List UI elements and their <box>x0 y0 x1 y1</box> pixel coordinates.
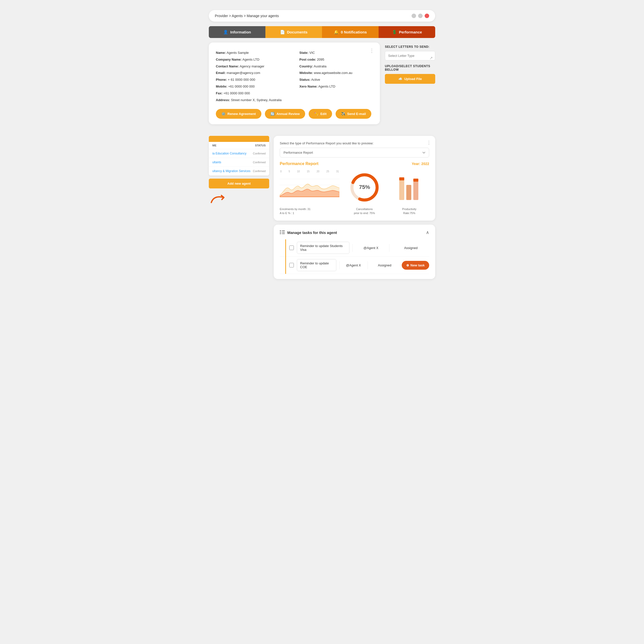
tasks-collapse-button[interactable]: ∧ <box>426 230 429 235</box>
task-name-2: Reminder to update COE <box>297 259 336 271</box>
perf-stat-bar: Productivity Rate:75% <box>389 207 429 215</box>
annual-review-button[interactable]: 🔄 Annual Review <box>265 109 305 119</box>
tasks-title-text: Manage tasks for this agent <box>287 230 337 235</box>
tab-information-label: Information <box>230 30 251 34</box>
agents-col-status-header: STATUS <box>255 144 266 147</box>
task-row: Reminder to update COE @Agent X Assigned… <box>280 257 429 274</box>
mobile-row: Mobile: +61 0000 000 000 <box>216 83 289 90</box>
perf-report-header: Performance Report Year: 2022 <box>280 162 429 166</box>
state-row: State: VIC <box>299 50 373 56</box>
cancellations-label: Cancellations <box>344 207 384 211</box>
perf-stat-donut: Cancellations prior to end: 75% <box>344 207 384 215</box>
perf-stat-area: Enrolments by month: 31 A to E % : 1 <box>280 207 339 215</box>
task-name-1: Reminder to update Students Visa <box>297 242 349 254</box>
tasks-header: Manage tasks for this agent ∧ <box>280 230 429 235</box>
agent-name-2: ultants <box>212 160 221 164</box>
cancellations-value: prior to end: 75% <box>344 211 384 215</box>
tab-performance[interactable]: 💲 Performance <box>379 26 435 38</box>
close-button[interactable] <box>425 14 429 18</box>
status-row: Status: Active <box>299 76 373 83</box>
more-options-button[interactable]: ⋮ <box>369 48 375 54</box>
enrolments-stat: Enrolments by month: 31 <box>280 207 339 211</box>
svg-rect-9 <box>399 177 404 180</box>
task-status-1: Assigned <box>392 244 429 252</box>
upload-icon: ☁️ <box>398 77 402 81</box>
svg-rect-8 <box>406 185 411 200</box>
tab-information[interactable]: 👤 Information <box>209 26 265 38</box>
tab-notifications[interactable]: 🔔 0 Notifications <box>322 26 379 38</box>
area-chart-container: 0 5 10 15 20 25 31 <box>280 170 339 205</box>
agents-list-panel: ME STATUS ia Education Consultancy Confi… <box>209 136 269 205</box>
svg-rect-7 <box>399 180 404 200</box>
email-icon: ✈️ <box>341 112 345 116</box>
minimize-button[interactable] <box>412 14 416 18</box>
bell-icon: 🔔 <box>334 30 339 34</box>
send-email-button[interactable]: ✈️ Send E-mail <box>336 109 371 119</box>
perf-report-title: Performance Report <box>280 162 318 166</box>
tab-navigation: 👤 Information 📄 Documents 🔔 0 Notificati… <box>209 26 435 38</box>
add-new-agent-button[interactable]: Add new agent <box>209 179 269 188</box>
agents-table-header: ME STATUS <box>209 142 269 149</box>
task-checkbox-1[interactable] <box>289 246 294 250</box>
xero-row: Xero Name: Agents LTD <box>299 83 373 90</box>
task-list: Reminder to update Students Visa @Agent … <box>280 239 429 274</box>
edit-icon: ✏️ <box>314 112 318 116</box>
refresh-icon: 🔄 <box>270 112 274 116</box>
browser-title: Provider > Agents > Manage your agents <box>215 14 279 18</box>
edit-button[interactable]: ✏️ Edit <box>309 109 332 119</box>
performance-report-dropdown[interactable]: Performance Report <box>280 148 429 157</box>
website-row: Website: www.agetswebsite.com.au <box>299 70 373 76</box>
svg-rect-11 <box>413 179 418 182</box>
agents-col-name-header: ME <box>212 144 217 147</box>
document-icon: 📄 <box>280 30 285 34</box>
donut-chart-container: 75% <box>344 171 384 204</box>
select-letter-input[interactable] <box>385 51 435 60</box>
performance-card: ⋮ Select the type of Performance Report … <box>274 136 435 221</box>
phone-row: Phone: + 61 0000 000 000 <box>216 76 289 83</box>
tab-documents-label: Documents <box>287 30 308 34</box>
task-checkbox-2[interactable] <box>289 263 294 267</box>
select-letters-title: SELECT LETTERS TO SEND: <box>385 45 435 49</box>
browser-bar: Provider > Agents > Manage your agents <box>209 10 435 22</box>
tasks-title: Manage tasks for this agent <box>280 230 337 235</box>
fax-row: Fax: +61 0000 000 000 <box>216 90 289 97</box>
perf-more-options-button[interactable]: ⋮ <box>427 140 431 145</box>
agent-status-2: Confirmed <box>253 161 266 164</box>
plus-icon: ⊕ <box>406 263 409 267</box>
ato-e-stat: A to E % : 1 <box>280 211 339 215</box>
upload-file-button[interactable]: ☁️ Upload File <box>385 74 435 84</box>
tab-notifications-label: 0 Notifications <box>341 30 367 34</box>
settings-icon: ⚙️ <box>221 112 225 116</box>
tab-documents[interactable]: 📄 Documents <box>265 26 322 38</box>
table-row[interactable]: ia Education Consultancy Confirmed <box>209 149 269 158</box>
agent-status-1: Confirmed <box>253 152 266 155</box>
info-left-col: Name: Agents Sample Company Name: Agents… <box>216 50 289 103</box>
task-assignee-1: @Agent X <box>352 244 390 252</box>
upload-section-title: UPLOAD/SELECT STUDENTS BELLOW <box>385 64 435 71</box>
tasks-icon <box>280 230 285 235</box>
browser-controls <box>412 14 429 18</box>
productivity-label: Productivity <box>389 207 429 211</box>
table-header-bar <box>209 136 269 142</box>
perf-stats-row: Enrolments by month: 31 A to E % : 1 Can… <box>280 207 429 215</box>
perf-charts-row: 0 5 10 15 20 25 31 <box>280 170 429 205</box>
table-row[interactable]: ultants Confirmed <box>209 158 269 167</box>
productivity-value: Rate:75% <box>389 211 429 215</box>
email-row: Email: manager@agency.com <box>216 70 289 76</box>
task-row: Reminder to update Students Visa @Agent … <box>280 239 429 257</box>
svg-rect-10 <box>413 181 418 200</box>
right-panels: ⋮ Select the type of Performance Report … <box>274 136 435 279</box>
bar-chart <box>397 172 422 203</box>
bottom-section: ME STATUS ia Education Consultancy Confi… <box>209 136 435 279</box>
bar-chart-container <box>389 172 429 203</box>
maximize-button[interactable] <box>418 14 423 18</box>
renew-agreement-button[interactable]: ⚙️ Renew Agreement <box>216 109 261 119</box>
person-icon: 👤 <box>223 30 228 34</box>
agents-table: ME STATUS ia Education Consultancy Confi… <box>209 142 269 176</box>
contact-row: Contact Name: Agency manager <box>216 63 289 70</box>
new-task-button[interactable]: ⊕ New task <box>402 261 429 270</box>
area-chart <box>280 174 339 204</box>
arrow-decoration <box>209 192 229 205</box>
table-row[interactable]: ultancy & Migration Services Confirmed <box>209 167 269 176</box>
page-wrapper: Provider > Agents > Manage your agents 👤… <box>209 10 435 279</box>
